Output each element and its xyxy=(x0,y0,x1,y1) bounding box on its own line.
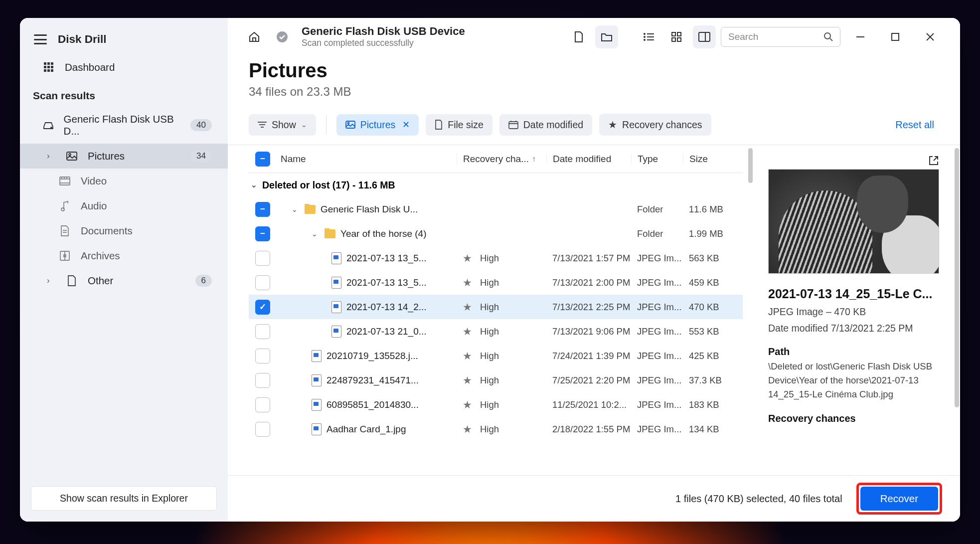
sidebar-item-label: Dashboard xyxy=(65,61,115,73)
svg-point-38 xyxy=(824,33,830,39)
close-icon[interactable]: ✕ xyxy=(402,119,410,130)
filesize-filter-button[interactable]: File size xyxy=(426,114,492,136)
table-row[interactable]: 224879231_415471...★High7/25/2021 2:20 P… xyxy=(249,368,743,392)
sidebar: Disk Drill Dashboard Scan results Generi… xyxy=(20,18,228,522)
topbar: Generic Flash Disk USB Device Scan compl… xyxy=(228,18,960,48)
sidebar-item-dashboard[interactable]: Dashboard xyxy=(20,55,228,80)
grid-view-button[interactable] xyxy=(665,25,688,48)
page-title: Pictures xyxy=(249,59,939,82)
recovery-filter-button[interactable]: ★ Recovery chances xyxy=(599,114,711,136)
file-icon xyxy=(435,120,443,130)
table-scrollbar[interactable] xyxy=(747,145,754,475)
maximize-button[interactable] xyxy=(880,25,910,48)
row-checkbox[interactable] xyxy=(255,349,270,363)
size-value: 134 KB xyxy=(683,424,743,435)
open-external-button[interactable] xyxy=(928,155,939,166)
svg-rect-34 xyxy=(672,38,675,41)
row-checkbox[interactable] xyxy=(255,397,270,412)
file-view-button[interactable] xyxy=(567,25,590,48)
type-value: JPEG Im... xyxy=(631,302,683,313)
table-row[interactable]: −⌄Year of the horse (4)Folder1.99 MB xyxy=(249,221,743,246)
reset-all-button[interactable]: Reset all xyxy=(895,119,939,131)
svg-rect-8 xyxy=(51,69,53,72)
grid-icon xyxy=(42,62,56,72)
table-header: − Name Recovery cha...↑ Date modified Ty… xyxy=(249,145,743,173)
sidebar-item-device[interactable]: Generic Flash Disk USB D... 40 xyxy=(20,107,228,144)
column-recovery[interactable]: Recovery cha...↑ xyxy=(457,154,546,165)
row-checkbox[interactable] xyxy=(255,373,270,388)
row-checkbox[interactable]: ✓ xyxy=(255,300,270,315)
search-input[interactable]: Search xyxy=(721,27,840,47)
svg-rect-4 xyxy=(47,66,50,68)
file-name: 20210719_135528.j... xyxy=(327,351,418,362)
split-view-button[interactable] xyxy=(693,25,716,48)
row-checkbox[interactable]: − xyxy=(255,202,270,217)
chevron-down-icon[interactable]: ⌄ xyxy=(312,230,320,238)
filter-label: Show xyxy=(272,119,296,131)
svg-rect-0 xyxy=(44,62,46,65)
file-name: Aadhar Card_1.jpg xyxy=(327,424,406,435)
svg-point-30 xyxy=(644,39,646,41)
table-row[interactable]: 20210719_135528.j...★High7/24/2021 1:39 … xyxy=(249,344,743,368)
sidebar-item-audio[interactable]: Audio xyxy=(20,193,228,218)
svg-point-48 xyxy=(347,123,349,124)
folder-view-button[interactable] xyxy=(595,25,618,48)
minimize-button[interactable] xyxy=(845,25,875,48)
show-filter-button[interactable]: Show ⌄ xyxy=(249,114,316,136)
select-all-checkbox[interactable]: − xyxy=(255,152,270,167)
pictures-filter-chip[interactable]: Pictures ✕ xyxy=(336,114,419,136)
column-date[interactable]: Date modified xyxy=(546,154,631,165)
row-checkbox[interactable] xyxy=(255,275,270,290)
home-button[interactable] xyxy=(243,25,266,48)
column-size[interactable]: Size xyxy=(683,154,743,165)
recover-button[interactable]: Recover xyxy=(860,487,938,511)
table-row[interactable]: 2021-07-13 13_5...★High7/13/2021 2:00 PM… xyxy=(249,270,743,295)
group-header[interactable]: ⌄ Deleted or lost (17) - 11.6 MB xyxy=(249,173,743,197)
table-row[interactable]: −⌄Generic Flash Disk U...Folder11.6 MB xyxy=(249,197,743,221)
svg-rect-41 xyxy=(892,33,899,40)
close-button[interactable] xyxy=(915,25,945,48)
star-icon: ★ xyxy=(463,301,472,313)
size-value: 563 KB xyxy=(683,253,743,264)
svg-rect-32 xyxy=(672,32,675,36)
file-icon xyxy=(331,326,341,338)
row-checkbox[interactable]: − xyxy=(255,226,270,241)
file-icon xyxy=(331,301,341,313)
preview-path: \Deleted or lost\Generic Flash Disk USB … xyxy=(768,360,939,401)
table-row[interactable]: ✓2021-07-13 14_2...★High7/13/2021 2:25 P… xyxy=(249,295,743,319)
menu-icon[interactable] xyxy=(34,34,47,44)
sidebar-item-documents[interactable]: Documents xyxy=(20,218,228,243)
sidebar-item-video[interactable]: Video xyxy=(20,169,228,193)
file-icon xyxy=(312,423,322,435)
recovery-value: High xyxy=(480,253,499,264)
table-row[interactable]: 2021-07-13 21_0...★High7/13/2021 9:06 PM… xyxy=(249,319,743,344)
column-name[interactable]: Name xyxy=(277,154,457,165)
table-row[interactable]: 2021-07-13 13_5...★High7/13/2021 1:57 PM… xyxy=(249,246,743,270)
table-row[interactable]: Aadhar Card_1.jpg★High2/18/2022 1:55 PMJ… xyxy=(249,417,743,441)
column-type[interactable]: Type xyxy=(631,154,683,165)
row-checkbox[interactable] xyxy=(255,422,270,437)
table-row[interactable]: 60895851_2014830...★High11/25/2021 10:2.… xyxy=(249,392,743,417)
filter-label: File size xyxy=(448,119,484,131)
show-in-explorer-button[interactable]: Show scan results in Explorer xyxy=(31,486,217,511)
sidebar-item-archives[interactable]: Archives xyxy=(20,243,228,268)
sidebar-item-pictures[interactable]: › Pictures 34 xyxy=(20,144,228,169)
chevron-down-icon: ⌄ xyxy=(251,181,257,189)
sidebar-item-other[interactable]: › Other 6 xyxy=(20,268,228,293)
row-checkbox[interactable] xyxy=(255,251,270,266)
chevron-down-icon[interactable]: ⌄ xyxy=(292,205,300,213)
svg-rect-40 xyxy=(856,36,864,37)
svg-rect-24 xyxy=(253,38,256,41)
preview-scrollbar[interactable] xyxy=(953,145,960,475)
svg-rect-49 xyxy=(509,122,518,129)
chevron-down-icon: ⌄ xyxy=(301,121,307,129)
type-value: JPEG Im... xyxy=(631,375,683,386)
date-value: 2/18/2022 1:55 PM xyxy=(546,424,631,435)
audio-icon xyxy=(58,200,72,211)
folder-icon xyxy=(325,229,335,238)
filter-label: Pictures xyxy=(360,119,395,131)
svg-rect-3 xyxy=(44,66,46,68)
datemodified-filter-button[interactable]: Date modified xyxy=(499,114,592,136)
row-checkbox[interactable] xyxy=(255,324,270,339)
list-view-button[interactable] xyxy=(637,25,660,48)
